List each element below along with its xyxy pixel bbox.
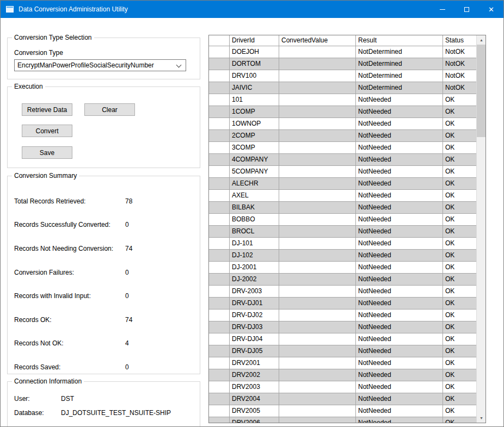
table-row[interactable]: DRV2004NotNeededOK <box>209 393 476 405</box>
convertedvalue-cell[interactable] <box>279 417 356 423</box>
status-cell[interactable]: NotOK <box>443 58 476 70</box>
result-cell[interactable]: NotNeeded <box>356 214 443 226</box>
driverid-cell[interactable]: 4COMPANY <box>230 154 279 166</box>
table-row[interactable]: DRV-DJ04NotNeededOK <box>209 333 476 345</box>
result-cell[interactable]: NotNeeded <box>356 369 443 381</box>
row-header-cell[interactable] <box>209 310 230 321</box>
clear-button[interactable]: Clear <box>84 103 135 116</box>
scrollbar-thumb[interactable] <box>477 45 486 137</box>
convertedvalue-cell[interactable] <box>279 46 356 58</box>
row-header-cell[interactable] <box>209 226 230 238</box>
result-cell[interactable]: NotNeeded <box>356 357 443 369</box>
status-cell[interactable]: OK <box>443 154 476 166</box>
status-cell[interactable]: OK <box>443 262 476 274</box>
row-header-cell[interactable] <box>209 250 230 262</box>
result-cell[interactable]: NotNeeded <box>356 226 443 238</box>
table-row[interactable]: DRV-DJ05NotNeededOK <box>209 345 476 357</box>
convertedvalue-cell[interactable] <box>279 106 356 118</box>
row-header-cell[interactable] <box>209 166 230 178</box>
table-row[interactable]: DRV2002NotNeededOK <box>209 369 476 381</box>
row-header-cell[interactable] <box>209 202 230 214</box>
result-cell[interactable]: NotDetermined <box>356 82 443 94</box>
row-header-cell[interactable] <box>209 238 230 250</box>
row-header-cell[interactable] <box>209 286 230 298</box>
convertedvalue-cell[interactable] <box>279 310 356 321</box>
convertedvalue-cell[interactable] <box>279 58 356 70</box>
driverid-cell[interactable]: DJ-102 <box>230 250 279 262</box>
titlebar[interactable]: Data Conversion Administration Utility ✕ <box>1 1 503 18</box>
convertedvalue-cell[interactable] <box>279 190 356 202</box>
driverid-cell[interactable]: DRV2003 <box>230 381 279 393</box>
column-header-convertedvalue[interactable]: ConvertedValue <box>279 35 356 46</box>
result-cell[interactable]: NotNeeded <box>356 118 443 130</box>
convertedvalue-cell[interactable] <box>279 369 356 381</box>
convertedvalue-cell[interactable] <box>279 333 356 345</box>
table-row[interactable]: BILBAKNotNeededOK <box>209 202 476 214</box>
result-cell[interactable]: NotNeeded <box>356 202 443 214</box>
table-row[interactable]: DRV-DJ03NotNeededOK <box>209 321 476 333</box>
column-header-status[interactable]: Status <box>443 35 476 46</box>
convertedvalue-cell[interactable] <box>279 381 356 393</box>
row-header-cell[interactable] <box>209 357 230 369</box>
result-cell[interactable]: NotDetermined <box>356 58 443 70</box>
status-cell[interactable]: OK <box>443 178 476 190</box>
driverid-cell[interactable]: 5COMPANY <box>230 166 279 178</box>
result-cell[interactable]: NotNeeded <box>356 333 443 345</box>
convertedvalue-cell[interactable] <box>279 345 356 357</box>
table-row[interactable]: DRV100NotDeterminedNotOK <box>209 70 476 82</box>
row-header-cell[interactable] <box>209 274 230 286</box>
status-cell[interactable]: OK <box>443 274 476 286</box>
status-cell[interactable]: OK <box>443 118 476 130</box>
result-cell[interactable]: NotNeeded <box>356 405 443 417</box>
row-header-cell[interactable] <box>209 214 230 226</box>
convertedvalue-cell[interactable] <box>279 118 356 130</box>
result-cell[interactable]: NotNeeded <box>356 154 443 166</box>
table-row[interactable]: DJ-101NotNeededOK <box>209 238 476 250</box>
driverid-cell[interactable]: BILBAK <box>230 202 279 214</box>
conversion-type-dropdown[interactable]: EncryptManPowerProfileSocialSecurityNumb… <box>14 59 186 71</box>
driverid-cell[interactable]: DRV-DJ02 <box>230 310 279 321</box>
driverid-cell[interactable]: 101 <box>230 94 279 106</box>
status-cell[interactable]: OK <box>443 393 476 405</box>
table-row[interactable]: DJ-2001NotNeededOK <box>209 262 476 274</box>
convertedvalue-cell[interactable] <box>279 82 356 94</box>
table-row[interactable]: BROCLNotNeededOK <box>209 226 476 238</box>
status-cell[interactable]: OK <box>443 166 476 178</box>
convertedvalue-cell[interactable] <box>279 250 356 262</box>
table-row[interactable]: 5COMPANYNotNeededOK <box>209 166 476 178</box>
table-row[interactable]: DRV-DJ01NotNeededOK <box>209 298 476 310</box>
maximize-button[interactable] <box>454 1 479 18</box>
table-row[interactable]: BOBBONotNeededOK <box>209 214 476 226</box>
scroll-up-icon[interactable]: ▲ <box>477 35 486 45</box>
convertedvalue-cell[interactable] <box>279 94 356 106</box>
driverid-cell[interactable]: AXEL <box>230 190 279 202</box>
status-cell[interactable]: OK <box>443 94 476 106</box>
status-cell[interactable]: NotOK <box>443 70 476 82</box>
convertedvalue-cell[interactable] <box>279 405 356 417</box>
table-row[interactable]: 2COMPNotNeededOK <box>209 130 476 142</box>
row-header-cell[interactable] <box>209 82 230 94</box>
result-cell[interactable]: NotNeeded <box>356 262 443 274</box>
vertical-scrollbar[interactable]: ▲ ▼ <box>476 35 485 423</box>
driverid-cell[interactable]: DJ-101 <box>230 238 279 250</box>
row-header-cell[interactable] <box>209 345 230 357</box>
status-cell[interactable]: OK <box>443 190 476 202</box>
status-cell[interactable]: OK <box>443 238 476 250</box>
convertedvalue-cell[interactable] <box>279 238 356 250</box>
driverid-cell[interactable]: BOBBO <box>230 214 279 226</box>
status-cell[interactable]: OK <box>443 130 476 142</box>
column-header-result[interactable]: Result <box>356 35 443 46</box>
status-cell[interactable]: OK <box>443 298 476 310</box>
table-row[interactable]: DORTOMNotDeterminedNotOK <box>209 58 476 70</box>
convertedvalue-cell[interactable] <box>279 262 356 274</box>
driverid-cell[interactable]: DRV-DJ04 <box>230 333 279 345</box>
status-cell[interactable]: OK <box>443 142 476 154</box>
row-header-cell[interactable] <box>209 130 230 142</box>
convertedvalue-cell[interactable] <box>279 393 356 405</box>
status-cell[interactable]: NotOK <box>443 46 476 58</box>
status-cell[interactable]: OK <box>443 345 476 357</box>
row-header-cell[interactable] <box>209 118 230 130</box>
driverid-cell[interactable]: DRV2006 <box>230 417 279 423</box>
save-button[interactable]: Save <box>22 146 72 159</box>
result-cell[interactable]: NotNeeded <box>356 286 443 298</box>
